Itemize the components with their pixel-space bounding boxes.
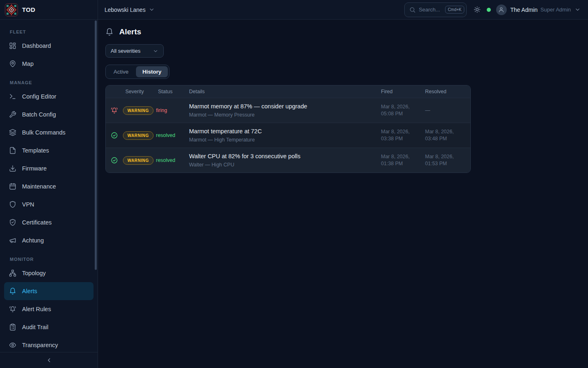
alert-details: Walter CPU at 82% for 3 consecutive poll…	[187, 153, 378, 168]
topbar-right: Cmd+K The Admin Super Admin	[404, 2, 588, 17]
column-header-fired: Fired	[378, 89, 422, 94]
column-header-status: Status	[156, 89, 187, 94]
sidebar-item-dashboard[interactable]: Dashboard	[4, 37, 94, 55]
shield-icon	[9, 201, 16, 208]
sidebar-item-label: Maintenance	[22, 183, 56, 190]
section-label-fleet: FLEET	[4, 27, 94, 37]
sidebar-scrollbar[interactable]	[95, 20, 97, 270]
bell-icon	[9, 287, 16, 295]
sidebar-collapse-button[interactable]	[0, 352, 98, 368]
severity-badge: WARNING	[123, 156, 154, 165]
sidebar-item-certificates[interactable]: Certificates	[4, 213, 94, 231]
severity-badge: WARNING	[123, 131, 154, 140]
sidebar-item-label: Bulk Commands	[22, 129, 65, 136]
alert-title: Marmot temperature at 72C	[189, 128, 376, 135]
sidebar-item-achtung[interactable]: Achtung	[4, 231, 94, 249]
fired-timestamp: Mar 8, 2026, 03:38 PM	[378, 128, 422, 142]
search-icon	[409, 7, 416, 13]
layers-icon	[9, 129, 16, 136]
sidebar-nav: FLEET Dashboard Map MANAGE Config Editor…	[0, 20, 98, 352]
topbar: TOD Lebowski Lanes Cmd+K The Admin Su	[0, 0, 588, 20]
sidebar-item-label: Topology	[22, 270, 46, 276]
brand-area: TOD	[0, 0, 98, 19]
sidebar-item-label: Templates	[22, 147, 49, 154]
file-icon	[9, 147, 16, 154]
sidebar-item-label: Certificates	[22, 219, 52, 226]
sidebar-item-topology[interactable]: Topology	[4, 264, 94, 282]
severity-filter-select[interactable]: All severities	[105, 44, 164, 58]
user-icon	[498, 7, 504, 13]
bell-ring-icon	[9, 305, 16, 313]
status-text: resolved	[156, 157, 187, 163]
sidebar-item-maintenance[interactable]: Maintenance	[4, 177, 94, 195]
resolved-timestamp: Mar 8, 2026, 03:48 PM	[422, 128, 470, 142]
sidebar-item-batch-config[interactable]: Batch Config	[4, 105, 94, 123]
sidebar-item-alert-rules[interactable]: Alert Rules	[4, 300, 94, 318]
alert-subtitle: Marmot — High Temperature	[189, 137, 376, 143]
sidebar-item-label: Firmware	[22, 165, 47, 172]
alert-details: Marmot temperature at 72C Marmot — High …	[187, 128, 378, 143]
user-name: The Admin	[510, 7, 538, 13]
search-input[interactable]	[419, 7, 442, 13]
sidebar-item-label: Alert Rules	[22, 306, 51, 312]
bell-icon	[105, 28, 114, 36]
status-text: resolved	[156, 132, 187, 138]
column-header-resolved: Resolved	[422, 89, 470, 94]
sidebar-item-config-editor[interactable]: Config Editor	[4, 88, 94, 105]
tab-history[interactable]: History	[136, 66, 168, 77]
user-role-badge: Super Admin	[541, 7, 571, 13]
sidebar-item-templates[interactable]: Templates	[4, 141, 94, 159]
alert-subtitle: Walter — High CPU	[189, 162, 376, 168]
table-row[interactable]: WARNING resolved Marmot temperature at 7…	[106, 123, 470, 148]
table-row[interactable]: WARNING resolved Walter CPU at 82% for 3…	[106, 148, 470, 173]
section-label-manage: MANAGE	[4, 78, 94, 88]
alert-details: Marmot memory at 87% — consider upgrade …	[187, 103, 378, 118]
alerts-table: Severity Status Details Fired Resolved W…	[105, 85, 471, 173]
alert-title: Walter CPU at 82% for 3 consecutive poll…	[189, 153, 376, 159]
sidebar-item-label: Transparency	[22, 342, 58, 348]
sidebar-item-label: Config Editor	[22, 93, 56, 100]
main-content: Alerts All severities Active History Sev…	[98, 20, 588, 368]
tab-active[interactable]: Active	[107, 66, 135, 77]
clipboard-icon	[9, 323, 16, 331]
calendar-icon	[9, 183, 16, 190]
org-switcher[interactable]: Lebowski Lanes	[98, 0, 161, 19]
sidebar-section-manage: MANAGE Config Editor Batch Config Bulk C…	[4, 78, 94, 249]
resolved-timestamp: —	[422, 107, 470, 114]
sidebar-item-label: Achtung	[22, 237, 44, 244]
brand-name: TOD	[22, 6, 35, 13]
sidebar-item-transparency[interactable]: Transparency	[4, 336, 94, 352]
bell-alert-icon	[106, 107, 123, 114]
search-box[interactable]: Cmd+K	[404, 2, 467, 17]
sidebar-item-label: Batch Config	[22, 111, 56, 118]
sidebar-item-bulk-commands[interactable]: Bulk Commands	[4, 123, 94, 141]
severity-badge: WARNING	[123, 106, 154, 115]
topology-icon	[9, 269, 16, 277]
check-circle-icon	[106, 132, 123, 139]
sidebar-item-alerts[interactable]: Alerts	[4, 282, 94, 300]
terminal-icon	[9, 93, 16, 100]
theme-toggle-button[interactable]	[474, 6, 481, 13]
shield-check-icon	[9, 219, 16, 226]
dashboard-grid-icon	[9, 42, 16, 49]
sidebar-section-fleet: FLEET Dashboard Map	[4, 27, 94, 73]
resolved-timestamp: Mar 8, 2026, 01:53 PM	[422, 153, 470, 167]
table-row[interactable]: WARNING firing Marmot memory at 87% — co…	[106, 98, 470, 123]
alerts-tabs: Active History	[105, 65, 169, 79]
sidebar-item-vpn[interactable]: VPN	[4, 195, 94, 213]
sidebar-item-firmware[interactable]: Firmware	[4, 159, 94, 177]
check-circle-icon	[106, 157, 123, 164]
sidebar-section-monitor: MONITOR Topology Alerts Alert Rules Audi…	[4, 254, 94, 352]
org-name: Lebowski Lanes	[105, 7, 145, 13]
megaphone-icon	[9, 237, 16, 244]
search-shortcut-kbd: Cmd+K	[445, 6, 465, 13]
sidebar-item-audit-trail[interactable]: Audit Trail	[4, 318, 94, 336]
alert-title: Marmot memory at 87% — consider upgrade	[189, 103, 376, 110]
column-header-severity: Severity	[123, 89, 156, 94]
sun-icon	[474, 6, 481, 13]
sidebar-item-map[interactable]: Map	[4, 55, 94, 73]
download-icon	[9, 165, 16, 172]
avatar[interactable]	[496, 4, 507, 15]
user-menu-chevron-down-icon[interactable]	[575, 7, 581, 13]
online-status-dot	[487, 8, 491, 12]
